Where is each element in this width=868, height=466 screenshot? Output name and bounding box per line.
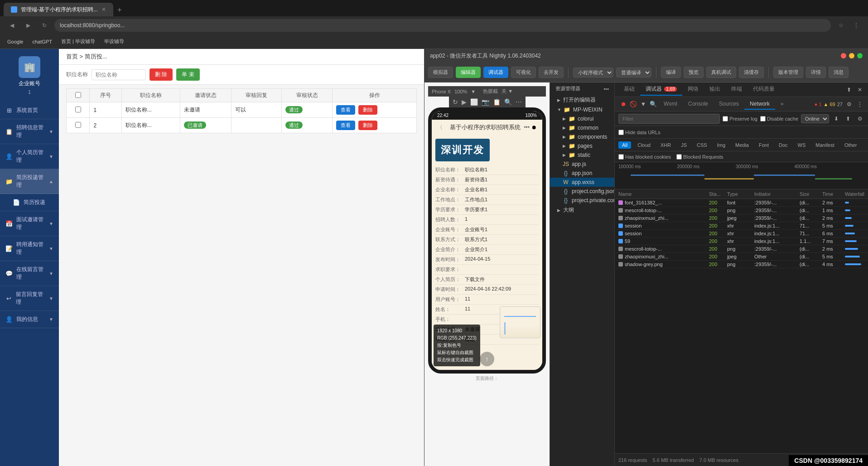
throttle-select[interactable]: Online: [801, 114, 829, 123]
file-tree-pages[interactable]: ▶ 📁 pages: [550, 141, 614, 150]
filter-chip-img[interactable]: Img: [714, 141, 729, 149]
panel-tab-quality[interactable]: 代码质量: [747, 83, 780, 96]
visible-btn[interactable]: 可视化: [511, 67, 536, 78]
file-tree-common[interactable]: ▶ 📁 common: [550, 123, 614, 132]
new-tab-btn[interactable]: +: [113, 4, 126, 16]
network-row[interactable]: font_3161382_... 200 font :29359/-... (d…: [615, 199, 868, 207]
network-row[interactable]: zhaopinxmuxi_zhi... 200 jpeg :29359/-...…: [615, 214, 868, 222]
preserve-log-checkbox[interactable]: [723, 116, 728, 121]
file-tree-components[interactable]: ▶ 📁 components: [550, 132, 614, 141]
back-btn[interactable]: ◀: [5, 19, 18, 32]
network-row[interactable]: mescroll-totop-... 200 png :29359/-... (…: [615, 207, 868, 214]
phone-scroll-up-btn[interactable]: ↑: [480, 352, 494, 366]
bookmark-thesis[interactable]: 毕设辅导: [101, 36, 128, 47]
phone-ctrl-screen[interactable]: ⬜: [470, 98, 478, 106]
file-tree-colorui[interactable]: ▶ 📁 colorui: [550, 114, 614, 123]
panel-tab-basic[interactable]: 基础: [618, 83, 640, 96]
sidebar-item-myinfo[interactable]: 👤 我的信息 ▼: [0, 311, 59, 328]
row1-delete-btn[interactable]: 删除: [358, 105, 377, 115]
network-row[interactable]: mescroll-totop-... 200 png :29359/-... (…: [615, 245, 868, 253]
preview-btn[interactable]: 预览: [684, 67, 704, 78]
panel-tab-output[interactable]: 输出: [704, 83, 726, 96]
filter-chip-cloud[interactable]: Cloud: [634, 141, 654, 149]
bookmark-google[interactable]: Google: [4, 37, 27, 46]
forward-btn[interactable]: ▶: [22, 19, 34, 32]
bookmark-chatgpt[interactable]: chatGPT: [29, 37, 55, 46]
resume-btn[interactable]: 单 束: [176, 68, 199, 81]
panel-settings-btn[interactable]: ⚙: [844, 100, 854, 109]
file-tree-projectconfig[interactable]: {} project.config.json: [550, 187, 614, 196]
compiler-select[interactable]: 普通编译: [616, 68, 651, 78]
export-btn[interactable]: ⬆: [844, 114, 853, 123]
editor-btn[interactable]: 编辑器: [456, 67, 481, 78]
sidebar-item-resume[interactable]: 👤 个人简历管理 ▼: [0, 144, 59, 169]
versionmgr-btn[interactable]: 版本管理: [773, 67, 803, 78]
import-btn[interactable]: ⬇: [832, 114, 841, 123]
preserve-log-checkbox-label[interactable]: Preserve log: [723, 116, 757, 121]
phone-ctrl-copy[interactable]: 📋: [493, 98, 501, 106]
file-tree-outline[interactable]: ▶ 大纲: [550, 205, 614, 215]
sidebar-item-message[interactable]: 💬 在线留言管理 ▼: [0, 261, 59, 286]
sidebar-item-deliver-sub[interactable]: 📄 简历投递: [0, 194, 59, 211]
simulator-btn[interactable]: 模拟器: [428, 67, 453, 78]
heatmap-toggle[interactable]: 关 ▼: [502, 88, 513, 95]
row2-checkbox[interactable]: [75, 122, 81, 128]
disable-cache-checkbox[interactable]: [760, 116, 766, 121]
search-btn[interactable]: 🔍: [648, 99, 658, 109]
phone-ctrl-play[interactable]: ▶: [462, 98, 467, 106]
message-btn[interactable]: 消息: [829, 67, 849, 78]
filter-chip-js[interactable]: JS: [677, 141, 690, 149]
filter-chip-font[interactable]: Font: [755, 141, 772, 149]
filter-chip-css[interactable]: CSS: [693, 141, 711, 149]
has-blocked-cookies-checkbox[interactable]: [618, 154, 624, 160]
panel-tab-network[interactable]: 网络: [682, 83, 704, 96]
subtab-network[interactable]: Network: [744, 99, 775, 110]
subtab-wxml[interactable]: Wxml: [658, 99, 683, 110]
realdev-btn[interactable]: 真机调试: [706, 67, 736, 78]
network-row[interactable]: session 200 xhr index.js:1... 71... 5 ms: [615, 222, 868, 230]
subtab-more[interactable]: »: [775, 99, 789, 110]
network-row[interactable]: zhaopinxmuxi_zhi... 200 jpeg Other (di..…: [615, 253, 868, 261]
panel-more-btn[interactable]: ⋮: [855, 100, 864, 109]
filter-chip-all[interactable]: All: [618, 141, 631, 149]
debug-btn[interactable]: 调试器: [483, 67, 508, 78]
filter-chip-xhr[interactable]: XHR: [657, 141, 675, 149]
filter-chip-doc[interactable]: Doc: [775, 141, 791, 149]
panel-tab-debugger[interactable]: 调试器 1,69: [640, 83, 682, 96]
address-bar[interactable]: localhost:8080/springboo...: [54, 19, 831, 32]
filter-chip-media[interactable]: Media: [732, 141, 752, 149]
filter-chip-other[interactable]: Other: [841, 141, 861, 149]
subtab-console[interactable]: Console: [683, 99, 714, 110]
panel-tab-terminal[interactable]: 终端: [726, 83, 747, 96]
reload-btn[interactable]: ↻: [38, 19, 51, 32]
sidebar-item-deliver[interactable]: 📁 简历投递管理 ▲: [0, 169, 59, 194]
file-tree-appjson[interactable]: {} app.json: [550, 169, 614, 178]
file-tree-appjs[interactable]: JS app.js: [550, 160, 614, 169]
compile-btn[interactable]: 编译: [661, 67, 681, 78]
phone-ctrl-more[interactable]: ⋯: [516, 98, 522, 106]
phone-ctrl-refresh[interactable]: ↻: [453, 98, 458, 106]
file-tree-mp-weixin[interactable]: ▼ 📁 MP-WEIXIN: [550, 105, 614, 114]
sidebar-item-home[interactable]: ⊞ 系统首页: [0, 102, 59, 119]
delete-btn[interactable]: 删 除: [149, 68, 173, 81]
active-tab[interactable]: 管理端-基于小程序的求职招聘... ✕: [4, 3, 113, 16]
clearstore-btn[interactable]: 清缓存: [739, 67, 764, 78]
disable-cache-checkbox-label[interactable]: Disable cache: [760, 116, 798, 121]
network-row[interactable]: 59 200 xhr index.js:1... 1.1... 7 ms: [615, 238, 868, 245]
panel-collapse-btn[interactable]: ⬆: [844, 85, 854, 94]
row2-view-btn[interactable]: 查看: [336, 121, 355, 130]
tab-close-btn[interactable]: ✕: [101, 6, 106, 13]
phone-back-btn[interactable]: 〈: [437, 124, 443, 131]
phone-device-menu[interactable]: ▼: [471, 89, 476, 94]
network-settings-btn[interactable]: ⚙: [855, 114, 864, 123]
sidebar-item-interview[interactable]: 📅 面试邀请管理 ▼: [0, 211, 59, 236]
detail-btn[interactable]: 详情: [806, 67, 826, 78]
sidebar-item-reply[interactable]: ↩ 留言回复管理 ▼: [0, 286, 59, 311]
file-tree-static[interactable]: ▶ 📁 static: [550, 150, 614, 160]
close-btn[interactable]: [841, 53, 846, 58]
hide-data-urls-checkbox[interactable]: [618, 130, 624, 135]
phone-record-btn[interactable]: ⏺: [531, 124, 537, 131]
settings-btn[interactable]: ⋮: [850, 19, 863, 32]
blocked-requests-label[interactable]: Blocked Requests: [676, 154, 723, 160]
row2-delete-btn[interactable]: 删除: [358, 121, 377, 130]
